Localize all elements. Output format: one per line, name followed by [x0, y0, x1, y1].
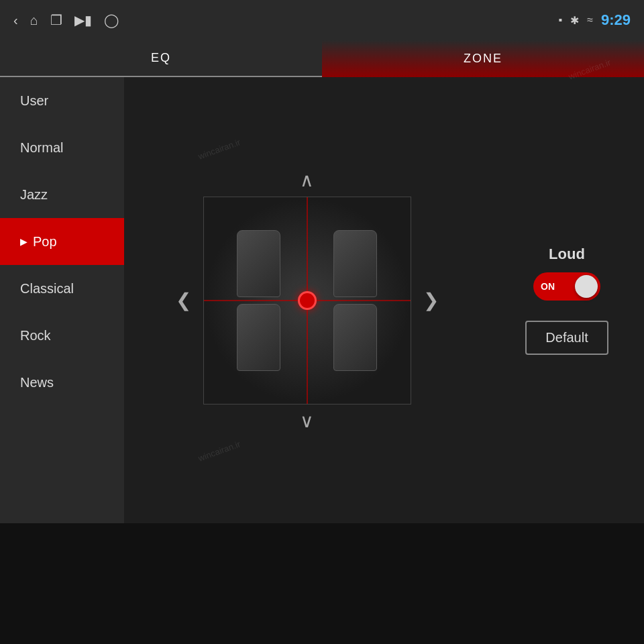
- zone-image: [203, 197, 411, 405]
- crosshair[interactable]: [204, 197, 411, 404]
- status-bar-right: ▪ ✱ ≈ 9:29: [559, 11, 631, 29]
- screen-wrapper: ‹ ⌂ ❐ ▶▮ ◯ ▪ ✱ ≈ 9:29 EQ ZONE User Norma…: [0, 0, 644, 644]
- toggle-knob: [575, 275, 598, 298]
- sidebar-item-normal[interactable]: Normal: [0, 124, 124, 171]
- sidebar-label-rock: Rock: [20, 328, 51, 343]
- toggle-on-label: ON: [541, 281, 555, 292]
- status-bar: ‹ ⌂ ❐ ▶▮ ◯ ▪ ✱ ≈ 9:29: [0, 0, 644, 40]
- home-icon[interactable]: ⌂: [30, 13, 38, 28]
- sidebar-label-jazz: Jazz: [20, 187, 48, 203]
- loud-toggle[interactable]: ON: [533, 272, 600, 301]
- watermark-1: wincairan.ir: [197, 137, 241, 162]
- sidebar-label-normal: Normal: [20, 140, 63, 156]
- right-panel: wincairan.ir Loud ON Default: [490, 77, 644, 523]
- arrow-up-button[interactable]: ∧: [294, 164, 319, 197]
- tab-eq[interactable]: EQ: [0, 40, 322, 77]
- sidebar-label-pop: Pop: [33, 234, 57, 250]
- crosshair-center: [298, 291, 317, 310]
- arrows-row: ❮: [170, 197, 444, 405]
- camera-icon[interactable]: ▶▮: [74, 12, 92, 28]
- time-display: 9:29: [601, 11, 631, 29]
- default-button[interactable]: Default: [525, 321, 608, 355]
- watermark-3: wincairan.ir: [197, 439, 241, 464]
- status-bar-left: ‹ ⌂ ❐ ▶▮ ◯: [13, 12, 547, 28]
- sidebar-item-user[interactable]: User: [0, 77, 124, 124]
- center-area: wincairan.ir wincairan.ir wincairan.ir ∧…: [124, 77, 490, 523]
- sidebar-item-jazz[interactable]: Jazz: [0, 171, 124, 218]
- play-icon: ▶: [20, 236, 28, 247]
- sidebar-item-classical[interactable]: Classical: [0, 265, 124, 312]
- sidebar-label-classical: Classical: [20, 281, 74, 297]
- cast-icon: ▪: [559, 14, 563, 26]
- main-content: User Normal Jazz ▶ Pop Classical Rock Ne…: [0, 77, 644, 523]
- arrow-left-button[interactable]: ❮: [170, 284, 197, 317]
- loud-label: Loud: [549, 246, 585, 263]
- loud-section: Loud ON: [533, 246, 600, 301]
- bluetooth-icon: ✱: [570, 14, 579, 27]
- tab-zone[interactable]: ZONE: [322, 40, 644, 77]
- sidebar-label-user: User: [20, 93, 48, 109]
- car-interior: [204, 197, 411, 404]
- sidebar-label-news: News: [20, 375, 54, 390]
- bottom-area: [0, 523, 644, 644]
- arrow-right-button[interactable]: ❯: [418, 284, 444, 317]
- sidebar-item-rock[interactable]: Rock: [0, 312, 124, 359]
- windows-icon[interactable]: ❐: [50, 12, 62, 28]
- bag-icon[interactable]: ◯: [104, 12, 119, 28]
- sidebar-item-news[interactable]: News: [0, 359, 124, 406]
- sidebar-item-pop[interactable]: ▶ Pop: [0, 218, 124, 265]
- wifi-icon: ≈: [587, 14, 593, 26]
- arrow-down-button[interactable]: ∨: [294, 405, 319, 437]
- back-icon[interactable]: ‹: [13, 13, 18, 28]
- tab-bar: EQ ZONE: [0, 40, 644, 77]
- sidebar: User Normal Jazz ▶ Pop Classical Rock Ne…: [0, 77, 124, 523]
